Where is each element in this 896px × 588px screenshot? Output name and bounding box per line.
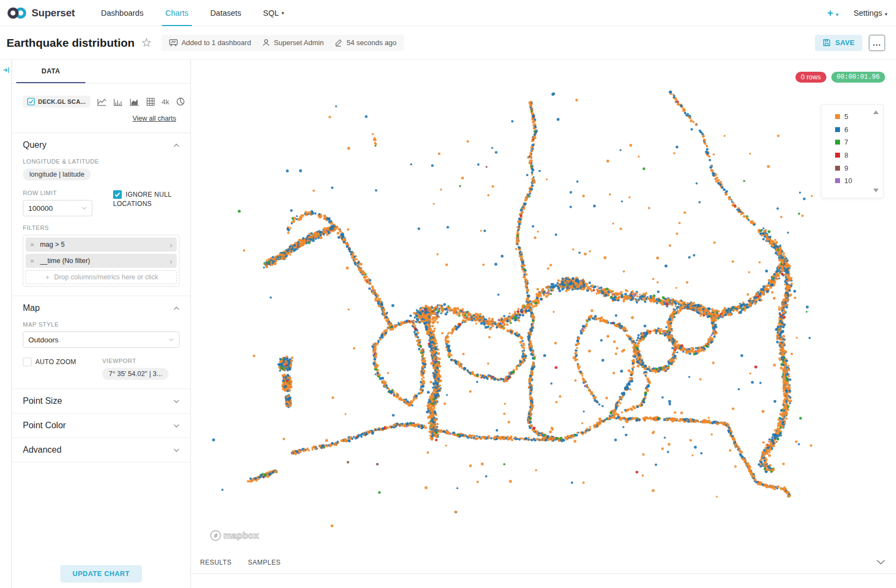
nav-menu: Dashboards Charts Datasets SQL▾: [90, 0, 295, 26]
superset-brand[interactable]: Superset: [7, 6, 75, 20]
tab-samples[interactable]: SAMPLES: [248, 559, 281, 566]
caret-down-icon: ▾: [885, 11, 887, 17]
section-point-size[interactable]: Point Size: [12, 389, 190, 413]
chevron-down-icon: [173, 448, 179, 452]
chevron-up-icon: [173, 306, 179, 310]
brand-name: Superset: [32, 7, 75, 19]
dashboard-icon: [169, 39, 178, 47]
new-item-button[interactable]: +▾: [827, 7, 838, 19]
explore-control-panel: DATA DECK.GL SCA...: [12, 60, 191, 588]
bar-chart-icon[interactable]: [114, 98, 123, 106]
chart-header: Earthquake distribution Added to 1 dashb…: [0, 26, 896, 60]
collapse-panel-icon[interactable]: [2, 66, 10, 588]
nav-item-dashboards[interactable]: Dashboards: [90, 0, 154, 26]
plus-icon: ＋: [44, 273, 51, 282]
nav-item-charts[interactable]: Charts: [154, 0, 200, 26]
tab-data[interactable]: DATA: [16, 60, 85, 83]
legend-item[interactable]: 10: [835, 174, 883, 187]
more-options-button[interactable]: ...: [869, 35, 885, 51]
legend-item[interactable]: 8: [835, 149, 883, 162]
legend-swatch: [835, 166, 840, 171]
viz-type-row: DECK.GL SCA...: [12, 84, 190, 108]
user-icon: [262, 39, 270, 47]
row-limit-label: ROW LIMIT: [23, 190, 113, 196]
map-section: Map MAP STYLE Outdoors AUTO ZOOM VIEWPOR…: [12, 296, 190, 389]
results-panel-tabs: RESULTS SAMPLES: [191, 551, 896, 574]
panel-tabs: DATA: [12, 60, 190, 84]
area-chart-icon[interactable]: [130, 98, 139, 106]
legend-swatch: [835, 127, 840, 132]
viewport-value-chip[interactable]: 7° 35' 54.02" | 3...: [102, 368, 169, 380]
section-point-color[interactable]: Point Color: [12, 414, 190, 437]
map-style-select[interactable]: Outdoors: [23, 331, 179, 348]
map-legend: 5 6 7 8 9 10: [821, 104, 883, 198]
remove-filter-icon[interactable]: ✕: [30, 242, 34, 248]
mapbox-wordmark: mapbox: [223, 530, 259, 541]
view-all-charts-link[interactable]: View all charts: [133, 115, 176, 122]
chevron-down-icon: [173, 424, 179, 428]
map-section-header[interactable]: Map: [23, 303, 179, 313]
mapbox-attribution[interactable]: mapbox: [210, 530, 259, 541]
viewport-label: VIEWPORT: [102, 358, 169, 364]
settings-menu[interactable]: Settings▾: [854, 9, 887, 17]
legend-item[interactable]: 9: [835, 161, 883, 174]
caret-right-icon: ›: [170, 257, 172, 266]
top-navbar: Superset Dashboards Charts Datasets SQL▾…: [0, 0, 896, 26]
pie-chart-icon[interactable]: [176, 97, 185, 106]
filters-control: ✕ mag > 5 › ✕ __time (No filter) › ＋ Dro…: [23, 235, 179, 287]
owner-meta[interactable]: Superset Admin: [262, 39, 324, 47]
legend-swatch: [835, 178, 840, 183]
table-icon[interactable]: [146, 98, 155, 106]
row-limit-select[interactable]: 100000: [23, 200, 92, 216]
remove-filter-icon[interactable]: ✕: [30, 258, 34, 264]
legend-swatch: [835, 140, 840, 145]
favorite-star-icon[interactable]: [141, 37, 152, 48]
lonlat-label: LONGITUDE & LATITUDE: [23, 158, 179, 165]
legend-swatch: [835, 114, 840, 119]
map-canvas[interactable]: [191, 60, 896, 551]
filter-dropzone[interactable]: ＋ Drop columns/metrics here or click: [26, 270, 177, 284]
tab-results[interactable]: RESULTS: [200, 559, 232, 566]
viz-4k-label[interactable]: 4k: [162, 98, 170, 106]
query-section: Query LONGITUDE & LATITUDE longitude | l…: [12, 133, 190, 296]
chevron-down-icon: [173, 399, 179, 403]
caret-down-icon: ▾: [836, 12, 839, 17]
checkbox-checked-icon: [113, 190, 122, 199]
chevron-down-icon: [169, 338, 174, 341]
row-count-badge: 0 rows: [795, 72, 826, 83]
divider: [12, 462, 190, 462]
update-chart-button[interactable]: UPDATE CHART: [60, 565, 142, 583]
nav-item-sql[interactable]: SQL▾: [252, 0, 295, 26]
expand-results-chevron-icon[interactable]: [876, 560, 885, 565]
save-button[interactable]: SAVE: [815, 35, 862, 51]
query-status: 0 rows 00:00:01.96: [795, 72, 885, 83]
query-section-header[interactable]: Query: [23, 140, 179, 150]
section-advanced[interactable]: Advanced: [12, 438, 190, 462]
filter-pill[interactable]: ✕ mag > 5 ›: [26, 237, 177, 252]
legend-item[interactable]: 7: [835, 136, 883, 149]
collapse-rail: [0, 60, 12, 588]
chevron-up-icon: [173, 143, 179, 147]
auto-zoom-checkbox[interactable]: AUTO ZOOM: [23, 358, 89, 367]
checkbox-checked-icon: [27, 98, 35, 105]
filters-label: FILTERS: [23, 224, 179, 231]
caret-down-icon: ▾: [282, 10, 284, 16]
checkbox-unchecked-icon: [23, 358, 32, 366]
legend-scroll-up-icon[interactable]: [873, 110, 879, 114]
chart-meta-bar: Added to 1 dashboard Superset Admin 54 s…: [161, 35, 405, 51]
lonlat-value-chip[interactable]: longitude | latitude: [23, 168, 91, 180]
viz-type-chip[interactable]: DECK.GL SCA...: [23, 96, 90, 108]
line-chart-icon[interactable]: [97, 98, 107, 106]
query-timer-badge: 00:00:01.96: [831, 72, 885, 83]
chart-title[interactable]: Earthquake distribution: [7, 36, 135, 49]
ignore-null-checkbox[interactable]: IGNORE NULL LOCATIONS: [113, 190, 179, 209]
save-icon: [823, 39, 831, 47]
last-modified-meta[interactable]: 54 seconds ago: [334, 39, 396, 47]
nav-item-datasets[interactable]: Datasets: [200, 0, 252, 26]
legend-item[interactable]: 6: [835, 123, 883, 136]
legend-scroll-down-icon[interactable]: [873, 189, 879, 192]
filter-pill[interactable]: ✕ __time (No filter) ›: [26, 254, 177, 268]
map-viewport: 0 rows 00:00:01.96 5 6 7 8 9 10: [191, 60, 896, 551]
dashboards-meta[interactable]: Added to 1 dashboard: [169, 39, 251, 47]
chart-area: 0 rows 00:00:01.96 5 6 7 8 9 10: [191, 60, 896, 588]
